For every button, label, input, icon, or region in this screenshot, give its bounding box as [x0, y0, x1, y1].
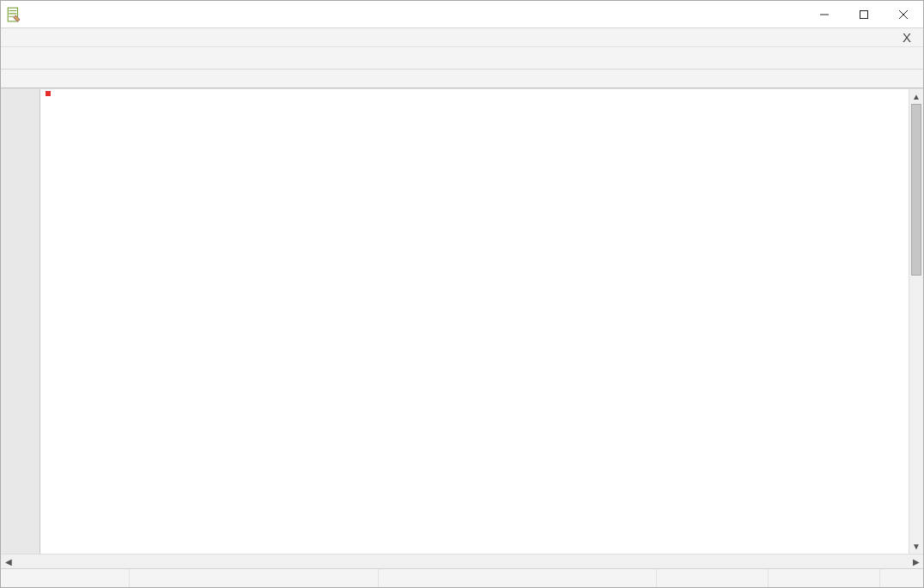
svg-rect-2: [860, 10, 868, 18]
status-bar: [1, 568, 923, 587]
scroll-left-arrow[interactable]: ◀: [1, 555, 15, 569]
status-ins: [880, 569, 923, 587]
window-close-button[interactable]: [884, 1, 923, 27]
scroll-down-arrow[interactable]: ▼: [909, 539, 923, 554]
highlight-box: [46, 91, 51, 96]
menu-bar: X: [1, 28, 923, 47]
code-area[interactable]: [40, 89, 909, 554]
vertical-scrollbar[interactable]: ▲ ▼: [909, 89, 923, 554]
window-maximize-button[interactable]: [844, 1, 884, 27]
scroll-right-arrow[interactable]: ▶: [909, 555, 923, 569]
status-eol: [657, 569, 769, 587]
status-position: [379, 569, 657, 587]
title-bar: [1, 1, 923, 28]
app-icon: [6, 7, 21, 22]
scroll-up-arrow[interactable]: ▲: [909, 89, 923, 104]
tab-bar: [1, 70, 923, 88]
status-filetype: [1, 569, 130, 587]
line-number-gutter: [1, 89, 40, 554]
scrollbar-thumb[interactable]: [911, 104, 921, 276]
toolbar: [1, 47, 923, 70]
menu-close-x[interactable]: X: [894, 30, 920, 45]
window-minimize-button[interactable]: [805, 1, 844, 27]
horizontal-scrollbar[interactable]: ◀ ▶: [1, 554, 923, 568]
editor: ▲ ▼: [1, 88, 923, 554]
status-length-lines: [130, 569, 379, 587]
status-encoding: [769, 569, 880, 587]
